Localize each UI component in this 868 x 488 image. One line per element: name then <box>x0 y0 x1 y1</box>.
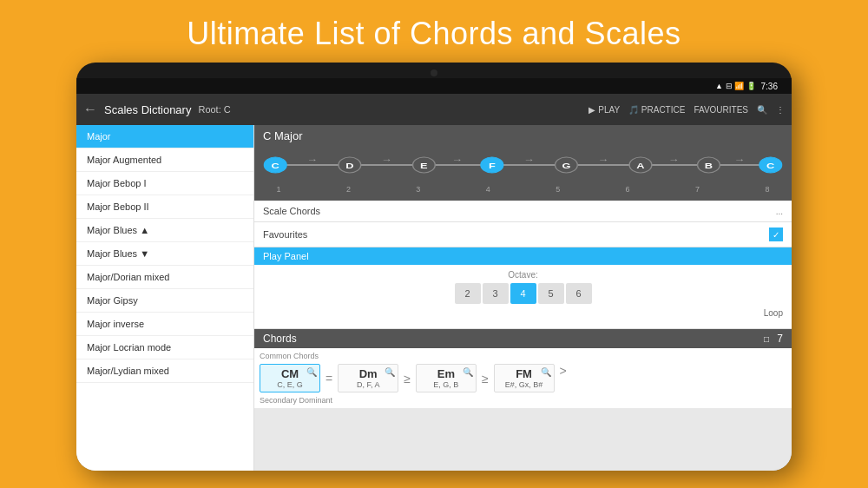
svg-text:→: → <box>598 155 609 164</box>
svg-text:A: A <box>636 162 644 170</box>
toolbar-title: Scales Dictionary <box>104 103 191 116</box>
right-panel: C Major C D → <box>254 125 792 471</box>
play-button[interactable]: ▶ PLAY <box>589 105 620 115</box>
main-content: MajorMajor AugmentedMajor Bebop IMajor B… <box>76 125 792 471</box>
chord-card-fm[interactable]: 🔍 FM E#, Gx, B# <box>494 364 555 392</box>
loop-checkbox[interactable] <box>748 307 760 319</box>
scale-list-item[interactable]: Major <box>76 125 253 148</box>
scale-list-item[interactable]: Major Augmented <box>76 148 253 172</box>
practice-button[interactable]: 🎵 PRACTICE <box>628 105 685 115</box>
play-panel-header: Play Panel <box>254 247 792 265</box>
favourites-checkbox[interactable]: ✓ <box>769 228 783 241</box>
chord-name-dm: Dm <box>359 367 378 380</box>
svg-text:→: → <box>668 155 680 164</box>
chord-name-em: Em <box>437 367 455 380</box>
octave-label: Octave: <box>263 270 783 280</box>
svg-text:E: E <box>420 162 428 170</box>
scale-list-item[interactable]: Major/Lydian mixed <box>76 359 253 383</box>
chord-sep-3: ≥ <box>480 364 490 392</box>
back-button[interactable]: ← <box>83 102 97 117</box>
chord-cards: 🔍 CM C, E, G = 🔍 Dm D, F, A ≥ <box>260 364 786 392</box>
octave-buttons: 23456 <box>263 283 783 304</box>
toolbar-root: Root: C <box>198 104 230 115</box>
app-screen: ← Scales Dictionary Root: C ▶ PLAY 🎵 PRA… <box>76 94 792 471</box>
chord-name-fm: FM <box>516 367 532 380</box>
favourites-row[interactable]: Favourites ✓ <box>254 222 792 247</box>
status-icons: ▲ ⊟ 📶 🔋 <box>715 82 755 90</box>
svg-text:D: D <box>345 162 353 170</box>
svg-text:F: F <box>489 162 496 170</box>
chord-notes-fm: E#, Gx, B# <box>505 380 543 389</box>
scale-list-item[interactable]: Major Locrian mode <box>76 336 253 359</box>
scale-numbers: 12345678 <box>263 185 783 194</box>
scale-list-item[interactable]: Major Blues ▼ <box>76 242 253 266</box>
chord-card-cm[interactable]: 🔍 CM C, E, G <box>260 364 320 392</box>
loop-row: Loop <box>263 304 783 321</box>
chord-card-em[interactable]: 🔍 Em E, G, B <box>416 364 477 392</box>
tablet-shell: ▲ ⊟ 📶 🔋 7:36 ← Scales Dictionary Root: C… <box>76 63 792 471</box>
chord-search-fm[interactable]: 🔍 <box>541 367 551 377</box>
svg-text:→: → <box>451 155 463 164</box>
chord-sep-2: ≥ <box>402 364 412 392</box>
svg-text:→: → <box>381 155 392 164</box>
scale-title: C Major <box>254 125 792 147</box>
svg-text:B: B <box>705 162 713 170</box>
chords-count: □ 7 <box>764 333 783 345</box>
chords-header: Chords □ 7 <box>254 329 792 348</box>
octave-button-6[interactable]: 6 <box>566 283 592 304</box>
scale-svg: C D → E → F → <box>263 150 783 180</box>
favourites-label: Favourites <box>263 229 769 240</box>
scale-diagram: C D → E → F → <box>254 147 792 201</box>
secondary-dominant-label: Secondary Dominant <box>260 396 786 405</box>
scale-list-item[interactable]: Major Gipsy <box>76 289 253 313</box>
play-panel-body: Octave: 23456 Loop <box>254 265 792 329</box>
hero-title: Ultimate List of Chords and Scales <box>0 16 868 52</box>
octave-button-5[interactable]: 5 <box>538 283 564 304</box>
chord-notes-cm: C, E, G <box>277 380 303 389</box>
status-bar: ▲ ⊟ 📶 🔋 7:36 <box>76 78 792 94</box>
chord-search-em[interactable]: 🔍 <box>463 367 473 377</box>
chord-notes-em: E, G, B <box>433 380 458 389</box>
svg-text:C: C <box>766 162 774 170</box>
scale-chords-label: Scale Chords <box>263 206 776 216</box>
app-toolbar: ← Scales Dictionary Root: C ▶ PLAY 🎵 PRA… <box>76 94 792 125</box>
octave-button-3[interactable]: 3 <box>483 283 509 304</box>
chord-search-cm[interactable]: 🔍 <box>306 367 317 377</box>
svg-text:→: → <box>307 155 319 164</box>
svg-text:C: C <box>272 162 279 170</box>
octave-button-4[interactable]: 4 <box>510 283 536 304</box>
loop-label: Loop <box>764 308 783 318</box>
scale-list-item[interactable]: Major Blues ▲ <box>76 219 253 242</box>
camera <box>431 69 437 76</box>
scale-chords-row[interactable]: Scale Chords ... <box>254 201 792 222</box>
common-chords-label: Common Chords <box>260 352 786 360</box>
favourites-button[interactable]: FAVOURITES <box>694 105 748 115</box>
chord-notes-dm: D, F, A <box>357 380 380 389</box>
svg-text:→: → <box>734 155 746 164</box>
scale-list-item[interactable]: Major inverse <box>76 313 253 336</box>
svg-text:→: → <box>523 155 535 164</box>
scale-chords-action[interactable]: ... <box>776 207 783 216</box>
status-time: 7:36 <box>761 82 778 91</box>
scroll-indicator: > <box>560 364 567 392</box>
search-button[interactable]: 🔍 <box>757 105 767 115</box>
toolbar-actions: ▶ PLAY 🎵 PRACTICE FAVOURITES 🔍 ⋮ <box>589 105 785 115</box>
chord-sep-1: = <box>324 364 334 392</box>
chords-title: Chords <box>263 333 297 345</box>
chord-name-cm: CM <box>281 367 299 380</box>
more-button[interactable]: ⋮ <box>776 105 785 115</box>
scale-list: MajorMajor AugmentedMajor Bebop IMajor B… <box>76 125 254 471</box>
chord-search-dm[interactable]: 🔍 <box>385 367 395 377</box>
octave-button-2[interactable]: 2 <box>455 283 481 304</box>
scale-list-item[interactable]: Major/Dorian mixed <box>76 266 253 289</box>
chord-card-dm[interactable]: 🔍 Dm D, F, A <box>338 364 398 392</box>
scale-list-item[interactable]: Major Bebop II <box>76 195 253 219</box>
scale-list-item[interactable]: Major Bebop I <box>76 172 253 195</box>
chords-body: Common Chords 🔍 CM C, E, G = 🔍 Dm <box>254 348 792 408</box>
svg-text:G: G <box>562 162 570 170</box>
